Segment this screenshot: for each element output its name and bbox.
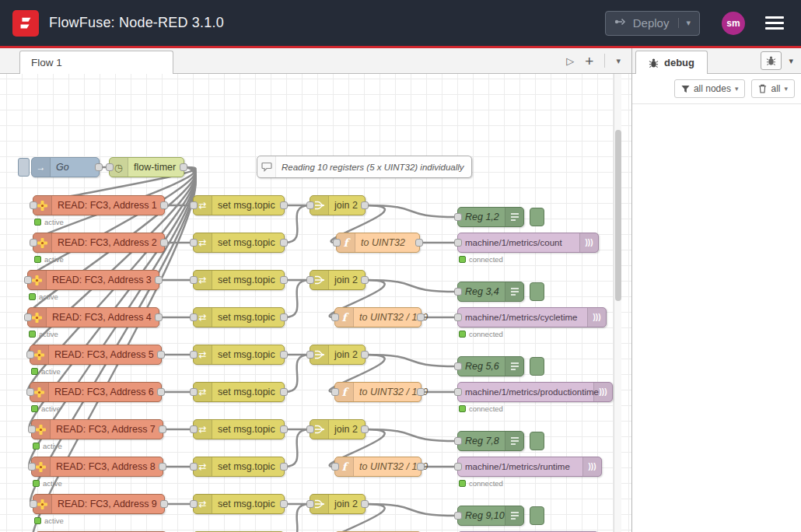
output-port[interactable] — [157, 351, 165, 359]
debug-toggle-button[interactable] — [530, 282, 544, 301]
node-read8[interactable]: READ: FC3, Address 8 — [31, 457, 163, 477]
flow-canvas[interactable]: →Go◷flow-timerReading 10 registers (5 x … — [0, 74, 631, 532]
wire[interactable] — [285, 429, 310, 467]
input-port[interactable] — [190, 500, 198, 508]
node-set5[interactable]: ⇄set msg.topic — [193, 345, 285, 365]
node-go[interactable]: →Go — [31, 157, 100, 177]
output-port[interactable] — [157, 388, 165, 396]
debug-toggle-button[interactable] — [530, 208, 544, 226]
node-read1[interactable]: READ: FC3, Address 1 — [33, 195, 165, 215]
output-port[interactable] — [280, 276, 288, 284]
node-dbg5[interactable]: Reg 9,10 — [457, 506, 524, 526]
node-set3[interactable]: ⇄set msg.topic — [193, 270, 285, 290]
node-fn1[interactable]: fto UINT32 — [336, 233, 420, 253]
input-port[interactable] — [454, 362, 462, 370]
node-join4[interactable]: join 2 — [310, 419, 366, 439]
node-dbg2[interactable]: Reg 3,4 — [457, 282, 524, 302]
input-port[interactable] — [306, 276, 314, 284]
output-port[interactable] — [280, 239, 288, 247]
input-port[interactable] — [306, 425, 314, 433]
node-join3[interactable]: join 2 — [310, 345, 366, 365]
output-port[interactable] — [361, 500, 369, 508]
output-port[interactable] — [417, 388, 425, 396]
node-read6[interactable]: READ: FC3, Address 6 — [30, 382, 162, 402]
node-mqtt1[interactable]: )))machine/1/metrics/count — [457, 233, 599, 253]
node-mqtt2[interactable]: )))machine/1/metrics/cycletime — [457, 307, 607, 327]
input-port[interactable] — [331, 388, 339, 396]
output-port[interactable] — [160, 500, 168, 508]
output-port[interactable] — [280, 500, 288, 508]
output-port[interactable] — [280, 463, 288, 471]
add-flow-button[interactable]: + — [585, 54, 593, 68]
node-join2[interactable]: join 2 — [310, 270, 366, 290]
input-port[interactable] — [454, 288, 462, 296]
wire[interactable] — [285, 280, 310, 317]
node-set8[interactable]: ⇄set msg.topic — [193, 457, 285, 477]
input-port[interactable] — [190, 313, 198, 321]
input-port[interactable] — [190, 425, 198, 433]
input-port[interactable] — [331, 463, 339, 471]
output-port[interactable] — [280, 313, 288, 321]
node-read3[interactable]: READ: FC3, Address 3 — [27, 270, 159, 290]
output-port[interactable] — [159, 425, 166, 433]
input-port[interactable] — [333, 239, 341, 247]
output-port[interactable] — [159, 463, 166, 471]
output-port[interactable] — [417, 313, 425, 321]
input-port[interactable] — [454, 239, 462, 247]
input-port[interactable] — [106, 163, 114, 171]
node-dbg4[interactable]: Reg 7,8 — [457, 431, 524, 451]
node-join1[interactable]: join 2 — [310, 195, 366, 215]
input-port[interactable] — [28, 425, 36, 433]
output-port[interactable] — [280, 388, 288, 396]
input-port[interactable] — [454, 213, 462, 221]
input-port[interactable] — [190, 201, 198, 209]
node-join5[interactable]: join 2 — [310, 494, 366, 514]
debug-toggle-button[interactable] — [530, 357, 544, 376]
input-port[interactable] — [24, 276, 32, 284]
node-dbg3[interactable]: Reg 5,6 — [457, 356, 524, 376]
output-port[interactable] — [361, 276, 369, 284]
node-fn3[interactable]: fto UINT32 / 100 — [334, 382, 421, 402]
input-port[interactable] — [306, 351, 314, 359]
node-set7[interactable]: ⇄set msg.topic — [193, 419, 285, 439]
node-ft[interactable]: ◷flow-timer — [109, 157, 184, 177]
main-menu-icon[interactable] — [765, 16, 784, 30]
output-port[interactable] — [361, 425, 369, 433]
node-set2[interactable]: ⇄set msg.topic — [193, 233, 285, 253]
input-port[interactable] — [454, 313, 462, 321]
input-port[interactable] — [30, 239, 37, 247]
deploy-options-caret[interactable]: ▾ — [678, 18, 691, 28]
deploy-button[interactable]: Deploy ▾ — [605, 11, 700, 36]
input-port[interactable] — [26, 388, 34, 396]
tab-flow1[interactable]: Flow 1 — [19, 51, 173, 74]
sidebar-menu-caret[interactable]: ▾ — [789, 56, 793, 66]
open-debug-window-button[interactable] — [761, 51, 782, 70]
input-port[interactable] — [454, 512, 462, 520]
output-port[interactable] — [160, 239, 168, 247]
node-set4[interactable]: ⇄set msg.topic — [193, 307, 285, 327]
input-port[interactable] — [454, 388, 462, 396]
output-port[interactable] — [180, 163, 187, 171]
node-read2[interactable]: READ: FC3, Address 2 — [33, 233, 165, 253]
node-read7[interactable]: READ: FC3, Address 7 — [31, 419, 163, 439]
input-port[interactable] — [30, 500, 37, 508]
user-avatar[interactable]: sm — [722, 12, 745, 35]
node-read5[interactable]: READ: FC3, Address 5 — [30, 345, 162, 365]
node-fn2[interactable]: fto UINT32 / 100 — [334, 307, 421, 327]
output-port[interactable] — [160, 201, 168, 209]
debug-filter-button[interactable]: all nodes ▾ — [674, 79, 746, 98]
wire[interactable] — [285, 504, 310, 532]
node-set6[interactable]: ⇄set msg.topic — [193, 382, 285, 402]
debug-toggle-button[interactable] — [530, 432, 544, 450]
node-fn4[interactable]: fto UINT32 / 100 — [334, 457, 421, 477]
node-comment[interactable]: Reading 10 registers (5 x UINT32) indivi… — [257, 156, 472, 178]
output-port[interactable] — [280, 425, 288, 433]
node-read9[interactable]: READ: FC3, Address 9 — [33, 494, 165, 514]
input-port[interactable] — [26, 351, 34, 359]
input-port[interactable] — [190, 463, 198, 471]
input-port[interactable] — [24, 313, 32, 321]
wire[interactable] — [285, 205, 310, 243]
output-port[interactable] — [280, 201, 288, 209]
flow-list-caret[interactable]: ▾ — [616, 56, 621, 66]
input-port[interactable] — [190, 239, 198, 247]
